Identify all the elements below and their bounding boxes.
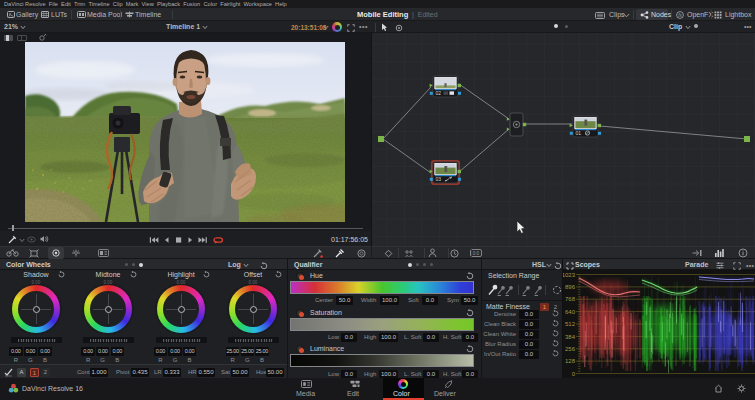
svg-text:384: 384: [565, 334, 576, 340]
svg-text:512: 512: [565, 321, 576, 327]
svg-text:fx: fx: [678, 13, 682, 18]
svg-text:01: 01: [576, 130, 582, 136]
svg-text:256: 256: [565, 346, 576, 352]
svg-text:02: 02: [436, 90, 442, 96]
svg-text:896: 896: [565, 284, 576, 290]
svg-text:1023: 1023: [563, 272, 576, 278]
svg-text:128: 128: [565, 358, 576, 364]
svg-text:0:0: 0:0: [473, 251, 480, 256]
svg-text:640: 640: [565, 309, 576, 315]
svg-text:768: 768: [565, 296, 576, 302]
svg-text:03: 03: [436, 176, 442, 182]
